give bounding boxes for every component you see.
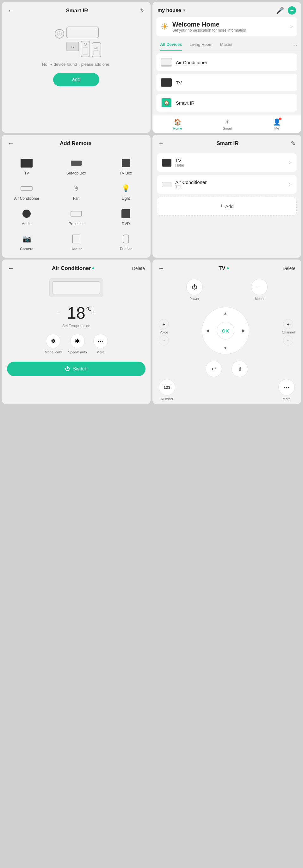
ac-more[interactable]: ⋯ More (93, 334, 108, 354)
speed-auto-icon: ✱ (70, 334, 85, 348)
remote-camera-label: Camera (20, 247, 33, 251)
fan-category-icon: 🖰 (69, 183, 83, 194)
remote-audio-label: Audio (22, 222, 32, 226)
edit-icon-4[interactable]: ✎ (291, 140, 295, 147)
ac-speed-auto[interactable]: ✱ Speed: auto (68, 334, 87, 354)
nav-smart-label: Smart (223, 126, 232, 130)
remote-fan[interactable]: 🖰 Fan (52, 179, 101, 204)
remote-camera[interactable]: 📷 Camera (2, 229, 52, 254)
device-card-tv[interactable]: TV (156, 74, 297, 91)
remote-heater[interactable]: Heater (52, 229, 101, 254)
panel6-body: ⏻ Power ≡ Menu + Voice − ▲ (152, 275, 301, 404)
tab-all-devices[interactable]: All Devices (156, 39, 186, 51)
remote-dvd-label: DVD (122, 222, 130, 226)
ir-ac-brand: TCL (175, 185, 285, 189)
back-button-3[interactable]: ← (8, 140, 14, 147)
panel2-header: my house ▼ 🎤 + (152, 2, 301, 17)
menu-button[interactable]: ≡ Menu (251, 279, 268, 301)
voice-down-button[interactable]: − (159, 335, 169, 345)
plus-icon: + (220, 203, 223, 210)
ir-tv-card[interactable]: TV Haier > (157, 153, 297, 172)
home-tv-button[interactable]: ⇧ (232, 361, 248, 377)
number-icon: 123 (159, 379, 175, 396)
remote-tv[interactable]: TV (2, 153, 52, 179)
ok-button[interactable]: OK (217, 322, 234, 340)
remote-settop[interactable]: Set-top Box (52, 153, 101, 179)
tv-middle-controls: + Voice − ▲ ▼ ◀ ▶ OK + Channel (156, 306, 298, 359)
ir-ac-info: Air Conditioner TCL (175, 180, 285, 189)
voice-up-button[interactable]: + (159, 319, 169, 329)
ir-ac-name: Air Conditioner (175, 180, 285, 185)
panel3-header: ← Add Remote (2, 135, 151, 150)
channel-control: + Channel − (282, 319, 295, 345)
header-icons: 🎤 + (276, 6, 296, 14)
switch-button[interactable]: ⏻ Switch (7, 362, 146, 376)
delete-ac-button[interactable]: Delete (132, 266, 145, 271)
home-nav-icon: 🏠 (174, 118, 182, 126)
back-button[interactable]: ← (8, 7, 14, 14)
add-icon[interactable]: + (288, 6, 296, 14)
back-button-4[interactable]: ← (158, 140, 164, 147)
tab-master[interactable]: Master (216, 39, 237, 51)
temp-decrease-button[interactable]: − (56, 309, 61, 317)
channel-up-button[interactable]: + (283, 319, 293, 329)
nav-up-icon[interactable]: ▲ (223, 311, 228, 315)
welcome-banner[interactable]: ☀ Welcome Home Set your home location fo… (156, 17, 297, 36)
back-tv-button[interactable]: ↩ (206, 361, 222, 377)
nav-right-icon[interactable]: ▶ (242, 329, 245, 333)
delete-tv-button[interactable]: Delete (283, 266, 295, 271)
nav-left-icon[interactable]: ◀ (206, 329, 209, 333)
channel-down-button[interactable]: − (283, 335, 293, 345)
edit-icon[interactable]: ✎ (140, 7, 145, 14)
ir-ac-card[interactable]: Air Conditioner TCL > (157, 175, 297, 194)
device-card-smart[interactable]: 🏠 Smart IR (156, 94, 297, 112)
bottom-navigation: 🏠 Home ☀ Smart 👤 Me (152, 115, 301, 133)
temp-increase-button[interactable]: + (92, 309, 96, 317)
svg-point-3 (84, 43, 87, 45)
remote-light-label: Light (122, 196, 130, 201)
tabs-more-icon[interactable]: ⋯ (292, 39, 297, 51)
panel3-title: Add Remote (60, 141, 91, 147)
nav-smart[interactable]: ☀ Smart (223, 118, 232, 130)
temp-label: Set Temperature (62, 324, 90, 328)
ir-add-button[interactable]: + Add (157, 197, 297, 216)
remote-audio[interactable]: Audio (2, 204, 52, 229)
back-tv-icon: ↩ (206, 361, 222, 377)
power-label: Power (189, 297, 199, 301)
remote-tvbox[interactable]: TV Box (101, 153, 151, 179)
house-name-row[interactable]: my house ▼ (157, 8, 186, 13)
remote-dvd[interactable]: DVD (101, 204, 151, 229)
nav-me[interactable]: 👤 Me (273, 118, 281, 130)
remote-purifier[interactable]: Purifier (101, 229, 151, 254)
add-device-button[interactable]: add (53, 73, 100, 86)
svg-rect-0 (67, 27, 98, 38)
device-tabs: All Devices Living Room Master ⋯ (152, 39, 301, 51)
panel4-body: TV Haier > Air Conditioner TCL > + Add (152, 150, 301, 219)
back-button-6[interactable]: ← (158, 265, 164, 272)
nav-home[interactable]: 🏠 Home (173, 118, 182, 130)
tab-living-room[interactable]: Living Room (186, 39, 216, 51)
remote-projector[interactable]: Projector (52, 204, 101, 229)
ir-tv-info: TV Haier (175, 158, 285, 167)
remote-light[interactable]: 💡 Light (101, 179, 151, 204)
device-card-ac[interactable]: Air Conditioner (156, 54, 297, 71)
remote-heater-label: Heater (70, 247, 82, 251)
number-label: Number (161, 397, 173, 401)
back-button-5[interactable]: ← (8, 265, 14, 272)
panel5-body: − 18℃ + Set Temperature ❄ Mode: cold ✱ S… (2, 275, 151, 381)
microphone-icon[interactable]: 🎤 (276, 7, 284, 14)
device-name-ac: Air Conditioner (176, 60, 207, 65)
remote-ac[interactable]: Air Conditioner (2, 179, 52, 204)
tvbox-category-icon (119, 158, 133, 168)
nav-down-icon[interactable]: ▼ (223, 346, 228, 350)
panel-smart-ir: ← Smart IR ✎ WiFi TV (2, 2, 151, 133)
camera-category-icon: 📷 (20, 234, 33, 244)
remote-tvbox-label: TV Box (120, 171, 132, 176)
power-button[interactable]: ⏻ Power (186, 279, 203, 301)
menu-label: Menu (255, 297, 264, 301)
settop-category-icon (69, 158, 83, 168)
tv-title-row: TV (218, 265, 229, 272)
more-button[interactable]: ⋯ More (278, 379, 295, 401)
ac-mode-cold[interactable]: ❄ Mode: cold (44, 334, 62, 354)
number-button[interactable]: 123 Number (159, 379, 175, 401)
